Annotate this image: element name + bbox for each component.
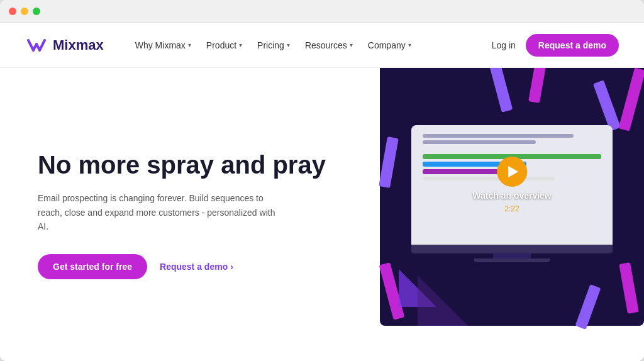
logo-area[interactable]: Mixmax xyxy=(25,34,104,57)
nav-actions: Log in Request a demo xyxy=(492,34,619,57)
browser-bar xyxy=(0,0,644,23)
hero-left: No more spray and pray Email prospecting… xyxy=(38,150,327,279)
request-demo-button[interactable]: Request a demo xyxy=(526,34,619,57)
laptop-stand xyxy=(493,253,531,258)
video-backdrop: Watch an overview 2:22 xyxy=(380,68,644,326)
video-label: Watch an overview xyxy=(472,191,552,201)
nav-label-why-mixmax: Why Mixmax xyxy=(135,40,186,50)
request-demo-link[interactable]: Request a demo › xyxy=(160,262,233,272)
ui-row xyxy=(423,140,536,144)
triangle-decoration-dark xyxy=(418,275,468,326)
nav-label-pricing: Pricing xyxy=(257,40,284,50)
hero-buttons: Get started for free Request a demo › xyxy=(38,254,327,279)
decorative-strip-1 xyxy=(487,68,513,113)
browser-window: Mixmax Why Mixmax ▾ Product ▾ Pricing ▾ … xyxy=(0,0,644,361)
hero-title: No more spray and pray xyxy=(38,150,327,180)
close-dot[interactable] xyxy=(9,8,16,15)
nav-item-product[interactable]: Product ▾ xyxy=(200,36,248,54)
laptop-mockup: Watch an overview 2:22 xyxy=(411,125,613,262)
laptop-base xyxy=(411,245,613,253)
minimize-dot[interactable] xyxy=(21,8,28,15)
nav-item-why-mixmax[interactable]: Why Mixmax ▾ xyxy=(129,36,197,54)
chevron-down-icon: ▾ xyxy=(350,42,353,48)
decorative-strip-4 xyxy=(618,68,644,131)
nav-label-resources: Resources xyxy=(305,40,347,50)
maximize-dot[interactable] xyxy=(33,8,40,15)
logo-text: Mixmax xyxy=(53,37,104,53)
page-content: Mixmax Why Mixmax ▾ Product ▾ Pricing ▾ … xyxy=(0,23,644,361)
hero-right: Watch an overview 2:22 xyxy=(355,68,644,361)
navbar: Mixmax Why Mixmax ▾ Product ▾ Pricing ▾ … xyxy=(0,23,644,68)
get-started-button[interactable]: Get started for free xyxy=(38,254,147,279)
login-link[interactable]: Log in xyxy=(492,40,516,50)
mixmax-logo-icon xyxy=(25,34,48,57)
nav-links: Why Mixmax ▾ Product ▾ Pricing ▾ Resourc… xyxy=(129,36,492,54)
chevron-down-icon: ▾ xyxy=(239,42,242,48)
nav-item-company[interactable]: Company ▾ xyxy=(362,36,418,54)
play-button[interactable] xyxy=(497,157,527,187)
chevron-down-icon: ▾ xyxy=(287,42,290,48)
chevron-down-icon: ▾ xyxy=(408,42,411,48)
video-play-overlay: Watch an overview 2:22 xyxy=(472,157,552,213)
hero-subtitle: Email prospecting is changing forever. B… xyxy=(38,191,277,233)
decorative-strip-6 xyxy=(575,284,601,330)
nav-item-resources[interactable]: Resources ▾ xyxy=(299,36,359,54)
decorative-strip-5 xyxy=(619,262,639,314)
decorative-strip-2 xyxy=(528,68,547,103)
screen-content: Watch an overview 2:22 xyxy=(411,125,613,245)
request-demo-label: Request a demo xyxy=(160,262,228,272)
nav-item-pricing[interactable]: Pricing ▾ xyxy=(251,36,296,54)
laptop-foot xyxy=(474,258,550,262)
decorative-strip-3 xyxy=(593,80,621,131)
nav-label-company: Company xyxy=(368,40,406,50)
laptop-screen: Watch an overview 2:22 xyxy=(411,125,613,245)
video-duration: 2:22 xyxy=(504,204,519,213)
arrow-icon: › xyxy=(230,262,233,272)
play-triangle-icon xyxy=(508,166,518,177)
nav-label-product: Product xyxy=(206,40,236,50)
chevron-down-icon: ▾ xyxy=(188,42,191,48)
hero-section: No more spray and pray Email prospecting… xyxy=(0,68,644,361)
ui-row xyxy=(423,134,574,138)
decorative-strip-8 xyxy=(379,136,399,188)
